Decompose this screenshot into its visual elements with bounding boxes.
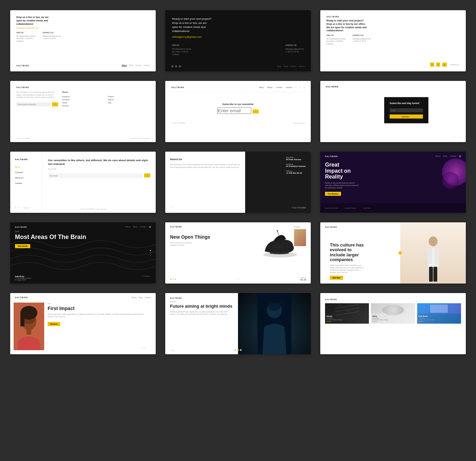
nav-works-1[interactable]: Works [129, 64, 134, 67]
port-view-3[interactable]: Activate [419, 321, 460, 322]
brain-cta-btn[interactable]: View Details [15, 244, 30, 248]
work-menu-careers[interactable]: Careers [15, 182, 37, 184]
fi-cta-btn[interactable]: Discover [48, 322, 60, 326]
fn-email-input[interactable] [217, 107, 251, 114]
fn-facebook-icon[interactable]: f [300, 86, 300, 88]
sub-twitter[interactable]: t [452, 136, 452, 138]
nav-careers-1[interactable]: Careers [143, 64, 150, 67]
shoe-tw[interactable]: t [240, 278, 240, 280]
dark-contact-email[interactable]: helloagency@gmail.com [172, 35, 304, 38]
fn-about[interactable]: About [259, 86, 264, 88]
brain-blog[interactable]: Blog [133, 226, 137, 228]
impact-menu-icon[interactable]: ☰ [459, 155, 461, 158]
fi-contact[interactable]: Contact [144, 296, 151, 298]
nav-contact-1[interactable]: Contact [136, 64, 141, 67]
port-item-1[interactable]: Identity Grant AlexCreative Direction, D… [325, 303, 369, 324]
work-menu-work[interactable]: Work [15, 166, 37, 168]
brain-nav: SALTBIRD Works Blog Contact ☰ [10, 222, 156, 228]
nl1-projects[interactable]: Projects [108, 95, 150, 98]
shoe-projects[interactable]: Projects [294, 226, 300, 228]
brain-works[interactable]: Works [125, 226, 131, 228]
nl1-bottom: © 2017 SALTBIRD made with love by agency [16, 137, 150, 139]
port-item-3[interactable]: Fruit Scene Grant AlexCreative Direction… [417, 303, 461, 324]
impact-contact[interactable]: Contact [450, 155, 456, 158]
fn-works[interactable]: Works [267, 86, 272, 88]
fut-dot-3[interactable] [240, 349, 242, 351]
facebook-btn[interactable]: f [436, 63, 440, 67]
brain-menu-icon[interactable]: ☰ [149, 226, 151, 228]
impact-bottom-bar: New & Fresh Work Creative Projects Good … [320, 203, 466, 213]
nl1-subscribe-btn[interactable]: → [52, 102, 58, 106]
work-menu-contacts[interactable]: Contacts [15, 171, 37, 173]
fn-google-icon[interactable]: g [304, 86, 305, 88]
fn-subscribe-btn[interactable]: → [253, 109, 259, 114]
brain-contact[interactable]: Contact [140, 226, 146, 228]
work-email-row: → [48, 173, 150, 178]
dark-nav-works[interactable]: Works [284, 65, 288, 67]
svg-point-3 [429, 237, 438, 246]
brain-dot-2[interactable] [150, 253, 151, 254]
shoe-fb[interactable]: f [236, 278, 237, 280]
shoe-dot-3[interactable] [175, 278, 176, 280]
work-email-input[interactable] [48, 173, 143, 178]
sub-submit-btn[interactable]: Subscribe → [390, 115, 423, 119]
about-fb-icon[interactable]: f [172, 207, 173, 209]
nl1-blog[interactable]: Blog [108, 101, 150, 104]
twitter-icon[interactable] [171, 65, 173, 67]
nl1-agency[interactable]: Agency [108, 98, 150, 101]
fut-dot-2[interactable] [237, 349, 239, 351]
about-social-icons: t f [170, 207, 174, 209]
work-menu-about[interactable]: About Us [15, 177, 37, 179]
work-subscribe-btn[interactable]: → [144, 173, 150, 177]
dark-nav-contact[interactable]: Contact [291, 65, 296, 67]
fi-blog[interactable]: Blog [139, 296, 142, 298]
brain-dot-3[interactable] [150, 255, 151, 256]
shoe-dot-2[interactable] [172, 278, 174, 280]
contact-email-1[interactable]: helloagency@gmail.com [16, 27, 150, 29]
brain-dot-1[interactable] [150, 250, 151, 251]
impact-cta-btn[interactable]: Free Mockup [325, 192, 341, 196]
fn-contact[interactable]: Contact [276, 86, 282, 88]
pinterest-btn[interactable]: p [442, 63, 447, 67]
contact-info-cols-1: VISIT US 25 Independence Avenue San Pedr… [16, 32, 150, 42]
work-share[interactable]: ↑ Share up [22, 207, 30, 209]
nav-about-1[interactable]: About [122, 64, 126, 67]
port-item-2[interactable]: White Grant AlexCreative Direction, Desi… [371, 303, 415, 324]
port-view-2[interactable]: Activate [372, 321, 413, 322]
nl1-pinterest[interactable]: Pinterest [62, 104, 104, 107]
instagram-icon[interactable] [179, 65, 181, 67]
evo-next[interactable]: ▷ [328, 278, 329, 280]
nl1-twitter[interactable]: Twitter [62, 101, 104, 104]
facebook-icon[interactable] [175, 65, 177, 67]
twitter-btn[interactable]: t [430, 63, 434, 67]
sub-instagram[interactable]: i [457, 136, 458, 138]
port-view-1[interactable]: Activate [326, 321, 368, 322]
dark-contact-headline: Ready to start your next project? Drop u… [172, 17, 213, 33]
nl1-right: About Instagram Facebook Twitter Pintere… [62, 91, 104, 107]
work-tw-icon[interactable]: t [18, 207, 18, 209]
dark-nav-about[interactable]: About [277, 65, 282, 67]
about-tw-icon[interactable]: t [170, 207, 170, 209]
impact-blog[interactable]: Blog [443, 155, 447, 158]
fi-arrows[interactable]: ← → [15, 350, 18, 352]
about-stat-hh: Hamburg21 Frankfurt Avenue [286, 163, 306, 167]
fut-dot-1[interactable] [235, 349, 236, 351]
work-fb-icon[interactable]: f [15, 207, 15, 209]
fi-works[interactable]: Works [132, 296, 137, 298]
sub-facebook[interactable]: f [455, 136, 455, 138]
fn-twitter-icon[interactable]: t [296, 86, 296, 88]
fn-careers[interactable]: Careers [286, 86, 292, 88]
sub-pinterest[interactable]: p [460, 136, 461, 138]
about-bottom: t f © 2017 SALTBIRD [170, 207, 306, 209]
shoe-dot-1[interactable] [170, 278, 171, 280]
nl1-facebook[interactable]: Facebook [62, 98, 104, 101]
work-logo: SALTBIRD [15, 158, 37, 160]
about-left-panel: About Us Site Generator is set of useful… [165, 152, 245, 213]
nl1-instagram[interactable]: Instagram [62, 95, 104, 98]
sub-email-input[interactable] [390, 108, 423, 113]
shoe-ig[interactable]: i [238, 278, 238, 280]
dark-nav-careers[interactable]: Careers [299, 65, 305, 67]
nl1-email-input[interactable] [16, 102, 51, 106]
evo-prev[interactable]: ◁ [325, 278, 326, 280]
impact-works[interactable]: Works [436, 155, 441, 158]
